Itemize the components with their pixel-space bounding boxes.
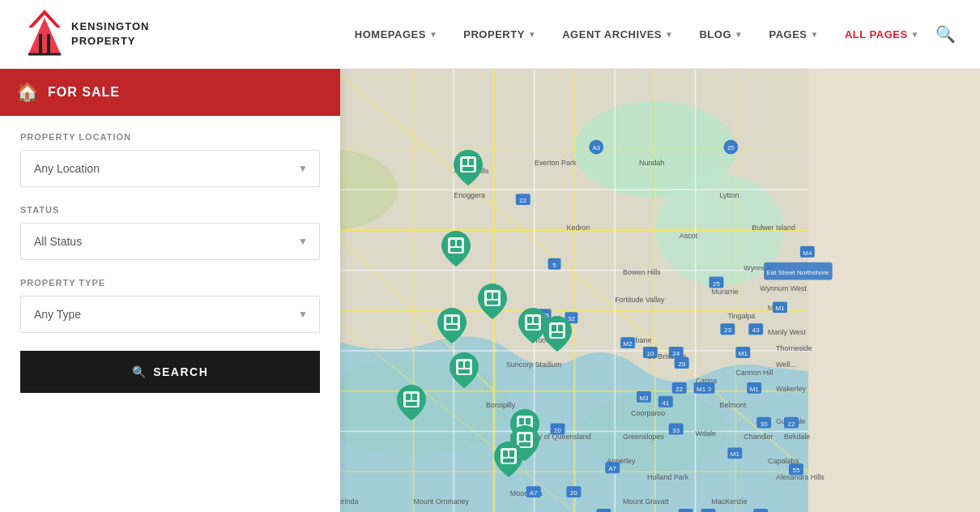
svg-rect-196	[509, 450, 514, 457]
nav-homepages[interactable]: HOMEPAGES ▼	[355, 28, 437, 41]
header: KENSINGTON PROPERTY HOMEPAGES ▼ PROPERTY…	[0, 0, 980, 69]
property-location-label: PROPERTY LOCATION	[20, 132, 320, 142]
svg-text:Bulwer Island: Bulwer Island	[752, 224, 795, 232]
svg-text:M1: M1	[739, 350, 748, 357]
svg-text:M1: M1	[750, 386, 760, 393]
svg-text:Fortitude Valley: Fortitude Valley	[615, 296, 665, 304]
svg-text:Wynnum West: Wynnum West	[760, 284, 807, 292]
svg-text:A7: A7	[530, 489, 538, 497]
property-location-field: PROPERTY LOCATION Any Location Brisbane …	[20, 132, 320, 187]
svg-text:29: 29	[678, 361, 685, 368]
nav-property[interactable]: PROPERTY ▼	[463, 28, 536, 41]
logo-text: KENSINGTON PROPERTY	[71, 19, 149, 49]
nav-all-pages[interactable]: ALL PAGES ▼	[845, 28, 919, 41]
chevron-down-icon: ▼	[528, 30, 536, 39]
svg-text:Birkdale: Birkdale	[784, 433, 810, 441]
svg-rect-185	[406, 402, 417, 406]
svg-text:M1: M1	[776, 305, 786, 312]
nav-blog[interactable]: BLOG ▼	[699, 28, 743, 41]
status-label: STATUS	[20, 205, 320, 215]
svg-text:Bowen Hills: Bowen Hills	[623, 268, 661, 276]
svg-rect-175	[552, 325, 556, 331]
map-pin[interactable]	[397, 385, 426, 420]
svg-text:20: 20	[554, 427, 561, 434]
svg-text:25: 25	[713, 280, 720, 288]
svg-text:33: 33	[672, 427, 680, 434]
svg-rect-172	[534, 317, 539, 323]
location-select[interactable]: Any Location Brisbane Sydney Melbourne	[21, 151, 319, 186]
search-icon[interactable]: 🔍	[935, 24, 956, 44]
svg-text:Kedron: Kedron	[566, 224, 590, 232]
svg-rect-1	[39, 34, 42, 54]
logo[interactable]: KENSINGTON PROPERTY	[24, 10, 149, 58]
svg-text:23: 23	[724, 326, 731, 334]
svg-rect-157	[462, 167, 474, 171]
svg-text:30: 30	[761, 420, 768, 428]
svg-rect-159	[450, 240, 455, 246]
svg-rect-161	[450, 248, 462, 252]
svg-text:Murarrie: Murarrie	[712, 288, 739, 296]
svg-rect-164	[493, 292, 498, 299]
type-select-wrapper: Any Type House Apartment Land Commercial…	[20, 296, 320, 333]
svg-rect-169	[446, 325, 458, 329]
for-sale-label: FOR SALE	[48, 85, 120, 100]
svg-rect-180	[465, 361, 470, 368]
svg-rect-167	[446, 317, 451, 323]
svg-rect-173	[527, 325, 539, 329]
svg-text:Wdale: Wdale	[696, 429, 716, 437]
status-select-wrapper: All Status For Sale For Rent Sold ▼	[20, 223, 320, 260]
svg-text:Boroipilly: Boroipilly	[486, 401, 516, 409]
map-pin[interactable]	[543, 316, 572, 352]
nav-pages[interactable]: PAGES ▼	[769, 28, 818, 41]
sidebar: 🏠 FOR SALE PROPERTY LOCATION Any Locatio…	[0, 69, 340, 512]
svg-text:10: 10	[646, 350, 654, 357]
chevron-down-icon: ▼	[665, 30, 673, 39]
map-pin[interactable]	[494, 442, 523, 477]
svg-rect-177	[552, 333, 563, 337]
for-sale-header: 🏠 FOR SALE	[0, 69, 340, 116]
svg-text:M1: M1	[697, 386, 706, 393]
map-pin[interactable]	[437, 308, 467, 343]
svg-text:Greenslopes: Greenslopes	[623, 433, 664, 441]
svg-text:41: 41	[662, 399, 669, 407]
svg-text:Lytton: Lytton	[719, 191, 739, 199]
svg-text:M1: M1	[731, 450, 740, 458]
svg-text:A3: A3	[592, 144, 600, 151]
svg-rect-171	[527, 317, 532, 323]
chevron-down-icon: ▼	[810, 30, 818, 39]
chevron-down-icon: ▼	[429, 30, 437, 39]
svg-text:M2: M2	[624, 340, 633, 348]
map-pin[interactable]	[454, 150, 483, 186]
svg-text:Ascot: Ascot	[680, 232, 698, 240]
svg-text:25: 25	[727, 144, 735, 151]
svg-rect-2	[47, 34, 50, 54]
svg-text:Coorparoo: Coorparoo	[631, 409, 665, 417]
svg-text:Manly West: Manly West	[768, 328, 806, 336]
search-button[interactable]: 🔍 SEARCH	[20, 351, 320, 393]
svg-text:Well...: Well...	[776, 361, 796, 369]
svg-rect-165	[487, 301, 498, 305]
map-pin[interactable]	[450, 352, 479, 388]
svg-text:Nundah: Nundah	[639, 159, 664, 167]
svg-text:Tingalpa: Tingalpa	[727, 312, 755, 320]
svg-rect-197	[503, 459, 514, 463]
svg-text:Holland Park: Holland Park	[647, 473, 689, 481]
svg-rect-192	[526, 434, 530, 441]
property-type-field: PROPERTY TYPE Any Type House Apartment L…	[20, 278, 320, 333]
svg-text:Everton Park: Everton Park	[535, 159, 577, 167]
svg-rect-155	[462, 159, 467, 165]
svg-text:Mount Gravatt: Mount Gravatt	[623, 497, 669, 506]
type-select[interactable]: Any Type House Apartment Land Commercial	[21, 297, 319, 332]
search-button-label: SEARCH	[153, 365, 208, 378]
map-pin[interactable]	[478, 284, 507, 319]
status-select[interactable]: All Status For Sale For Rent Sold	[21, 224, 319, 259]
nav-agent-archives[interactable]: AGENT ARCHIVES ▼	[562, 28, 673, 41]
svg-rect-156	[469, 159, 474, 165]
svg-text:20: 20	[570, 489, 577, 497]
chevron-down-icon: ▼	[735, 30, 743, 39]
map-pin[interactable]	[441, 231, 471, 267]
svg-text:55: 55	[793, 467, 800, 474]
house-icon: 🏠	[16, 82, 38, 103]
svg-text:22: 22	[519, 197, 526, 204]
svg-text:Cannon Hill: Cannon Hill	[735, 369, 773, 377]
